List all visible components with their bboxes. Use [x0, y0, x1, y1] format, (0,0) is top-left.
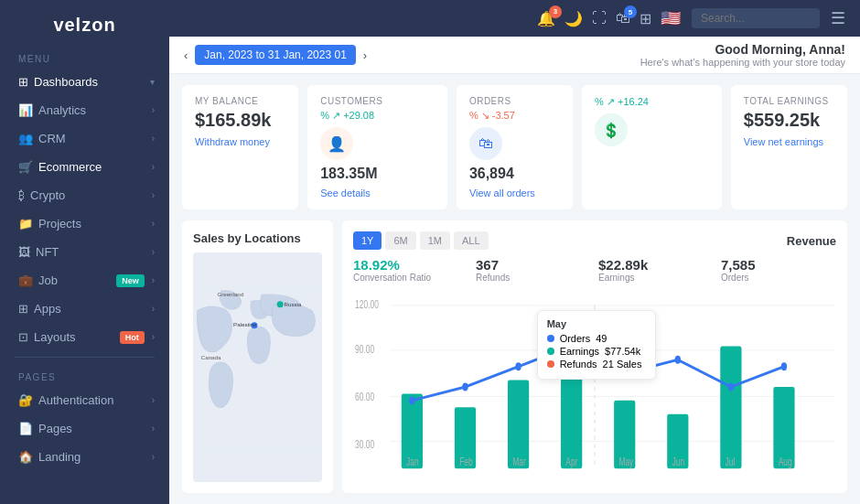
bag-icon[interactable]: 🛍 5	[616, 10, 630, 27]
orders-icon-wrap: 🛍	[469, 127, 502, 160]
next-arrow-icon[interactable]: ›	[363, 48, 367, 62]
svg-point-29	[675, 356, 681, 364]
search-input[interactable]	[692, 8, 820, 28]
greeting: Good Morning, Anna! Here's what's happen…	[640, 42, 845, 68]
ecommerce-icon: 🛒	[18, 160, 33, 174]
date-range: Jan, 2023 to 31 Jan, 2023 01	[195, 45, 355, 65]
prev-arrow-icon[interactable]: ‹	[184, 48, 188, 62]
sidebar-item-label: Pages	[38, 422, 72, 435]
bottom-row: Sales by Locations	[182, 220, 847, 493]
hamburger-icon[interactable]: ☰	[831, 8, 845, 28]
sidebar-item-label: Ecommerce	[38, 160, 102, 174]
crm-icon: 👥	[18, 132, 33, 145]
period-tab-1m[interactable]: 1M	[420, 231, 450, 250]
notification-icon[interactable]: 🔔 3	[537, 10, 555, 27]
greeting-sub: Here's what's happening with your store …	[640, 57, 845, 68]
svg-text:Jul: Jul	[726, 456, 736, 468]
moon-icon[interactable]: 🌙	[564, 10, 583, 27]
tooltip-earnings-value: $77.54k	[605, 346, 640, 357]
fullscreen-icon[interactable]: ⛶	[592, 10, 607, 27]
sidebar-item-label: NFT	[36, 245, 59, 259]
stat-card-orders: ORDERS % ↘ -3.57 🛍 36,894 View all order…	[457, 85, 573, 209]
nft-icon: 🖼	[18, 245, 30, 259]
grid-icon[interactable]: ⊞	[640, 10, 651, 27]
refunds-value: 367	[476, 257, 591, 273]
change-prefix: % ↘	[469, 110, 489, 121]
chevron-right-icon: ›	[152, 275, 155, 285]
stats-row: MY BALANCE $165.89k Withdraw money CUSTO…	[182, 85, 847, 209]
chevron-down-icon: ▾	[150, 77, 155, 87]
sidebar-item-label: Landing	[38, 450, 81, 464]
earnings-link[interactable]: View net earnings	[744, 136, 834, 147]
change-prefix: % ↗	[320, 110, 340, 121]
sidebar-item-nft[interactable]: 🖼 NFT ›	[0, 238, 169, 266]
topbar-icons: 🔔 3 🌙 ⛶ 🛍 5 ⊞ 🇺🇸	[537, 8, 681, 28]
change-value2: +16.24	[618, 96, 649, 107]
pages-section-label: PAGES	[0, 363, 169, 386]
refunds-dot	[547, 360, 554, 368]
sidebar-item-label: Crypto	[30, 188, 65, 202]
sidebar-divider	[15, 357, 155, 358]
sidebar-item-projects[interactable]: 📁 Projects ›	[0, 209, 169, 238]
job-icon: 💼	[18, 273, 33, 287]
balance-value: $165.89k	[195, 110, 285, 131]
menu-section-label: MENU	[0, 45, 169, 68]
map-area: Canada Greenland Russia Palestine	[193, 252, 322, 482]
flag-icon[interactable]: 🇺🇸	[661, 8, 681, 28]
sidebar-item-label: Apps	[34, 302, 61, 316]
projects-icon: 📁	[18, 217, 33, 231]
new-badge: New	[116, 274, 145, 287]
period-tab-all[interactable]: ALL	[454, 231, 489, 250]
sidebar-item-dashboards[interactable]: ⊞ Dashboards ▾	[0, 68, 169, 96]
chevron-right-icon: ›	[152, 247, 155, 257]
chevron-right-icon: ›	[152, 190, 155, 200]
balance-label: MY BALANCE	[195, 96, 285, 106]
conv-ratio-value: 18.92%	[353, 257, 468, 273]
orders-link[interactable]: View all orders	[469, 188, 560, 198]
svg-text:Russia: Russia	[285, 301, 302, 307]
tooltip-refunds-value: 21 Sales	[603, 359, 642, 370]
revenue-title: Revenue	[787, 234, 836, 248]
crypto-icon: ₿	[18, 188, 25, 202]
sidebar-item-landing[interactable]: 🏠 Landing ›	[0, 443, 169, 471]
sidebar-item-authentication[interactable]: 🔐 Authentication ›	[0, 386, 169, 414]
sidebar-item-layouts[interactable]: ⊡ Layouts Hot ›	[0, 323, 169, 351]
chevron-right-icon: ›	[152, 134, 155, 144]
logo: velzon	[0, 0, 169, 45]
orders-rev-value: 7,585	[721, 257, 836, 273]
analytics-icon: 📊	[18, 103, 33, 117]
withdraw-link[interactable]: Withdraw money	[195, 136, 285, 147]
svg-text:Aug: Aug	[779, 456, 792, 468]
revenue-stats: 18.92% Conversation Ratio 367 Refunds $2…	[353, 257, 836, 283]
chevron-right-icon: ›	[152, 162, 155, 172]
svg-text:Apr: Apr	[565, 456, 578, 468]
customers-change: % ↗ +29.08	[320, 110, 435, 122]
dashboards-icon: ⊞	[18, 75, 28, 89]
svg-text:120.00: 120.00	[355, 298, 379, 310]
sidebar-item-label: Projects	[38, 217, 81, 231]
chart-tooltip: May Orders 49 Earnings $77.54k	[537, 310, 656, 380]
layouts-icon: ⊡	[18, 330, 28, 344]
sidebar-item-job[interactable]: 💼 Job New ›	[0, 266, 169, 295]
revenue-card: 1Y 6M 1M ALL Revenue 18.92% Conversation…	[342, 220, 847, 493]
tooltip-refunds-label: Refunds	[560, 359, 597, 370]
change-value: +29.08	[343, 110, 374, 121]
earnings-icon-wrap: 💲	[595, 113, 628, 146]
period-tabs: 1Y 6M 1M ALL	[353, 231, 489, 250]
sidebar-item-apps[interactable]: ⊞ Apps ›	[0, 295, 169, 323]
customers-value: 183.35M	[320, 166, 435, 182]
customers-link[interactable]: See details	[320, 188, 435, 198]
period-tab-1y[interactable]: 1Y	[353, 231, 382, 250]
svg-point-25	[462, 383, 468, 391]
sidebar-item-pages[interactable]: 📄 Pages ›	[0, 414, 169, 443]
sidebar-item-crypto[interactable]: ₿ Crypto ›	[0, 181, 169, 209]
svg-text:May: May	[618, 456, 634, 468]
revenue-header: 1Y 6M 1M ALL Revenue	[353, 231, 836, 250]
sidebar-item-ecommerce[interactable]: 🛒 Ecommerce ›	[0, 153, 169, 181]
chart-area: 120.00 90.00 60.00 30.00	[353, 292, 836, 482]
orders-value: 36,894	[469, 166, 560, 182]
tooltip-earnings-label: Earnings	[560, 346, 599, 357]
period-tab-6m[interactable]: 6M	[385, 231, 415, 250]
sidebar-item-crm[interactable]: 👥 CRM ›	[0, 124, 169, 153]
sidebar-item-analytics[interactable]: 📊 Analytics ›	[0, 96, 169, 124]
